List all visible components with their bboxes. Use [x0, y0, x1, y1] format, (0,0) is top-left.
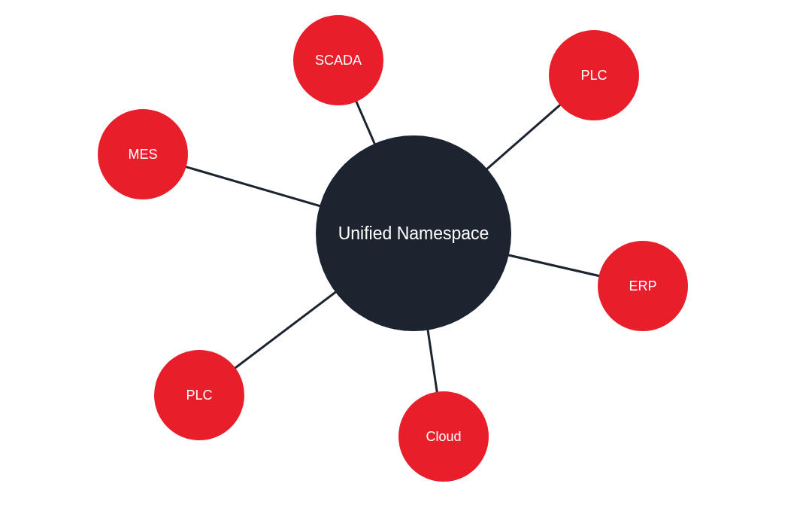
satellite-node-cloud: Cloud [398, 391, 489, 482]
center-node-label: Unified Namespace [338, 224, 489, 244]
satellite-label: MES [128, 147, 157, 163]
satellite-node-plc-bottom: PLC [154, 350, 244, 440]
satellite-label: PLC [580, 68, 607, 84]
satellite-label: ERP [629, 278, 656, 294]
satellite-node-plc-top: PLC [549, 30, 639, 120]
center-node-unified-namespace: Unified Namespace [316, 135, 511, 331]
satellite-label: SCADA [315, 53, 362, 68]
satellite-node-mes: MES [98, 109, 188, 199]
satellite-node-erp: ERP [598, 241, 688, 331]
satellite-label: Cloud [426, 429, 461, 445]
satellite-label: PLC [186, 388, 212, 403]
satellite-node-scada: SCADA [293, 15, 383, 105]
